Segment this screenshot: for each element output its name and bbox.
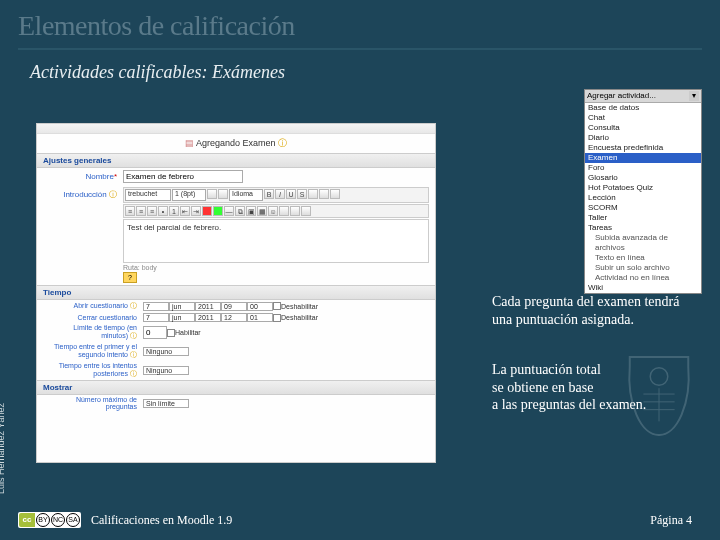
help-icon: ⓘ — [130, 302, 137, 309]
indent-icon[interactable]: ⇥ — [191, 206, 201, 216]
activity-item[interactable]: Encuesta predefinida — [585, 143, 701, 153]
form-title: ▤ Agregando Examen ⓘ — [37, 134, 435, 153]
activity-item[interactable]: Consulta — [585, 123, 701, 133]
section-show: Mostrar — [37, 380, 435, 395]
editor-area[interactable]: Test del parcial de febrero. — [123, 219, 429, 263]
enable-checkbox[interactable] — [167, 329, 175, 337]
page-number: Página 4 — [650, 513, 692, 528]
list-icon[interactable]: • — [158, 206, 168, 216]
activity-item[interactable]: Tareas — [585, 223, 701, 233]
activity-selected: Agregar actividad... — [587, 91, 656, 101]
italic-icon[interactable]: I — [275, 189, 285, 199]
editor-toolbar[interactable]: trebuchet 1 (8pt) Idioma B I U S — [123, 187, 429, 203]
activity-dropdown[interactable]: Agregar actividad... ▾ Base de datosChat… — [584, 89, 702, 294]
activity-item[interactable]: Examen — [585, 153, 701, 163]
name-input[interactable] — [123, 170, 243, 183]
day-select[interactable]: 7 — [143, 302, 169, 311]
smile-icon[interactable]: ☺ — [268, 206, 278, 216]
activity-item[interactable]: Lección — [585, 193, 701, 203]
font-select[interactable]: trebuchet — [125, 189, 171, 201]
hour-select[interactable]: 09 — [221, 302, 247, 311]
chevron-down-icon: ▾ — [689, 91, 699, 101]
open-label: Abrir cuestionarioⓘ — [43, 301, 143, 311]
day-select[interactable]: 7 — [143, 313, 169, 322]
university-shield-watermark — [620, 351, 698, 441]
name-label: Nombre — [43, 170, 123, 181]
path-label: Ruta: — [123, 264, 140, 271]
activity-item[interactable]: Actividad no en línea — [585, 273, 701, 283]
cc-license-badge: cc BY NC SA — [18, 512, 81, 528]
cc-sa-icon: SA — [66, 513, 80, 527]
color-icon[interactable] — [202, 206, 212, 216]
intro-label: Introducción ⓘ — [43, 187, 123, 200]
min-select[interactable]: 00 — [247, 302, 273, 311]
size-select[interactable]: 1 (8pt) — [172, 189, 206, 201]
toolbar-btn[interactable] — [218, 189, 228, 199]
limit-label: Límite de tiempo (en minutos)ⓘ — [43, 324, 143, 341]
month-select[interactable]: jun — [169, 313, 195, 322]
help-icon: ⓘ — [130, 370, 137, 377]
toolbar-btn[interactable] — [319, 189, 329, 199]
delay1-select[interactable]: Ninguno — [143, 347, 189, 356]
lang-select[interactable]: Idioma — [229, 189, 263, 201]
maxq-select[interactable]: Sin límite — [143, 399, 189, 408]
align-right-icon[interactable]: ≡ — [147, 206, 157, 216]
link-icon[interactable]: ⧉ — [235, 206, 245, 216]
moodle-form-screenshot: ▤ Agregando Examen ⓘ Ajustes generales N… — [36, 123, 436, 463]
activity-item[interactable]: Wiki — [585, 283, 701, 293]
disable-label: Deshabilitar — [281, 314, 318, 321]
enable-label: Habilitar — [175, 329, 201, 336]
delay2-select[interactable]: Ninguno — [143, 366, 189, 375]
activity-item[interactable]: Foro — [585, 163, 701, 173]
subtitle: Actividades calificables: Exámenes — [0, 50, 720, 83]
help-icon: ⓘ — [130, 351, 137, 358]
table-icon[interactable]: ▦ — [257, 206, 267, 216]
disable-label: Deshabilitar — [281, 303, 318, 310]
month-select[interactable]: jun — [169, 302, 195, 311]
page-title: Elementos de calificación — [18, 10, 702, 42]
activity-item[interactable]: SCORM — [585, 203, 701, 213]
toolbar-btn[interactable] — [301, 206, 311, 216]
hr-icon[interactable]: — — [224, 206, 234, 216]
help-icon: ⓘ — [278, 138, 287, 148]
activity-select[interactable]: Agregar actividad... ▾ — [585, 90, 701, 103]
toolbar-btn[interactable] — [308, 189, 318, 199]
activity-item[interactable]: Base de datos — [585, 103, 701, 113]
color-icon[interactable] — [213, 206, 223, 216]
footer: cc BY NC SA Calificaciones en Moodle 1.9… — [0, 500, 720, 540]
align-center-icon[interactable]: ≡ — [136, 206, 146, 216]
hour-select[interactable]: 12 — [221, 313, 247, 322]
activity-item[interactable]: Subida avanzada de archivos — [585, 233, 701, 253]
activity-item[interactable]: Taller — [585, 213, 701, 223]
editor-toolbar-2[interactable]: ≡ ≡ ≡ • 1 ⇤ ⇥ — ⧉ ▣ ▦ ☺ — [123, 204, 429, 218]
indent-icon[interactable]: ⇤ — [180, 206, 190, 216]
help-button[interactable]: ? — [123, 272, 137, 283]
activity-item[interactable]: Hot Potatoes Quiz — [585, 183, 701, 193]
callout-1: Cada pregunta del examen tendrá una punt… — [492, 293, 702, 328]
disable-checkbox[interactable] — [273, 314, 281, 322]
align-left-icon[interactable]: ≡ — [125, 206, 135, 216]
activity-item[interactable]: Chat — [585, 113, 701, 123]
path-value: body — [142, 264, 157, 271]
activity-item[interactable]: Glosario — [585, 173, 701, 183]
activity-item[interactable]: Texto en línea — [585, 253, 701, 263]
toolbar-btn[interactable] — [330, 189, 340, 199]
limit-input[interactable] — [143, 326, 167, 339]
list-icon[interactable]: 1 — [169, 206, 179, 216]
image-icon[interactable]: ▣ — [246, 206, 256, 216]
year-select[interactable]: 2011 — [195, 302, 221, 311]
cc-by-icon: BY — [36, 513, 50, 527]
disable-checkbox[interactable] — [273, 302, 281, 310]
toolbar-btn[interactable] — [207, 189, 217, 199]
strike-icon[interactable]: S — [297, 189, 307, 199]
underline-icon[interactable]: U — [286, 189, 296, 199]
toolbar-btn[interactable] — [279, 206, 289, 216]
bold-icon[interactable]: B — [264, 189, 274, 199]
activity-item[interactable]: Subir un solo archivo — [585, 263, 701, 273]
delay2-label: Tiempo entre los intentos posterioresⓘ — [43, 362, 143, 379]
activity-item[interactable]: Diario — [585, 133, 701, 143]
min-select[interactable]: 01 — [247, 313, 273, 322]
section-time: Tiempo — [37, 285, 435, 300]
toolbar-btn[interactable] — [290, 206, 300, 216]
year-select[interactable]: 2011 — [195, 313, 221, 322]
